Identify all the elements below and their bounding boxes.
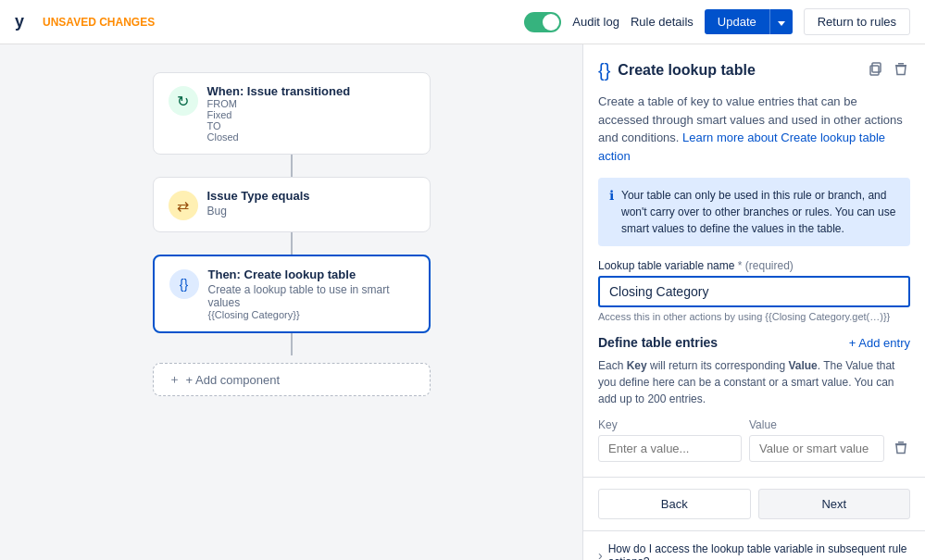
- panel-header-left: {} Create lookup table: [598, 60, 756, 81]
- info-box-text: Your table can only be used in this rule…: [621, 187, 899, 237]
- node-icon-lookup: {}: [169, 269, 199, 299]
- faq-text: How do I access the lookup table variabl…: [608, 542, 910, 560]
- node-from-label: FROM: [207, 98, 351, 109]
- svg-rect-3: [898, 63, 904, 65]
- delete-row-button[interactable]: [892, 438, 910, 460]
- row-trash-icon: [894, 440, 908, 454]
- brand-logo: y: [15, 12, 24, 31]
- copy-icon: [868, 61, 882, 76]
- toggle-wrap: [524, 12, 561, 32]
- node-title-issue-type: Issue Type equals: [207, 189, 310, 203]
- node-title-lookup: Then: Create lookup table: [208, 268, 414, 281]
- panel-footer: Back Next: [583, 477, 925, 530]
- define-header: Define table entries + Add entry: [598, 335, 910, 350]
- add-entry-button[interactable]: + Add entry: [849, 336, 910, 350]
- rule-details-link[interactable]: Rule details: [631, 15, 694, 29]
- key-input[interactable]: [598, 435, 742, 462]
- right-panel: {} Create lookup table: [582, 44, 925, 560]
- connector-1: [291, 155, 293, 177]
- info-box: ℹ Your table can only be used in this ru…: [598, 178, 910, 246]
- value-input[interactable]: [749, 435, 884, 462]
- value-column-header: Value: [749, 418, 910, 431]
- connector-2: [291, 232, 293, 255]
- node-create-lookup[interactable]: {} Then: Create lookup table Create a lo…: [153, 255, 431, 333]
- panel-inner: {} Create lookup table: [583, 44, 925, 477]
- node-subtitle-lookup: Create a lookup table to use in smart va…: [208, 283, 414, 309]
- key-bold: Key: [627, 359, 647, 372]
- info-icon: ℹ: [609, 188, 614, 237]
- audit-log-link[interactable]: Audit log: [572, 15, 619, 29]
- panel-header-icons: [866, 59, 910, 81]
- node-title-transition: When: Issue transitioned: [207, 84, 351, 98]
- return-to-rules-button[interactable]: Return to rules: [804, 8, 910, 35]
- variable-name-input[interactable]: [598, 276, 910, 307]
- node-content-transition: When: Issue transitioned FROM Fixed TO C…: [207, 84, 351, 143]
- svg-rect-5: [898, 442, 904, 443]
- field-label: Lookup table variable name * (required): [598, 259, 910, 272]
- faq-row[interactable]: › How do I access the lookup table varia…: [583, 530, 925, 560]
- node-issue-type[interactable]: ⇄ Issue Type equals Bug: [153, 177, 431, 232]
- topbar: y UNSAVED CHANGES Audit log Rule details…: [0, 0, 925, 44]
- copy-icon-button[interactable]: [866, 59, 884, 81]
- next-button[interactable]: Next: [758, 489, 911, 519]
- faq-chevron-icon: ›: [598, 548, 603, 560]
- node-when-transitioned[interactable]: ↻ When: Issue transitioned FROM Fixed TO…: [153, 72, 431, 155]
- define-description: Each Key will return its corresponding V…: [598, 357, 910, 407]
- main-content: ↻ When: Issue transitioned FROM Fixed TO…: [0, 44, 925, 560]
- update-button[interactable]: Update: [705, 9, 769, 34]
- define-table-title: Define table entries: [598, 335, 718, 350]
- update-button-group: Update: [705, 9, 793, 34]
- value-bold: Value: [788, 359, 817, 372]
- flow-canvas: ↻ When: Issue transitioned FROM Fixed TO…: [0, 44, 582, 560]
- delete-icon-button[interactable]: [892, 59, 910, 81]
- table-row: [598, 435, 910, 462]
- add-component-label: + Add component: [186, 373, 281, 387]
- node-to-value: Closed: [207, 131, 351, 143]
- table-column-headers: Key Value: [598, 418, 910, 431]
- node-content-lookup: Then: Create lookup table Create a looku…: [208, 268, 414, 320]
- panel-description: Create a table of key to value entries t…: [598, 93, 910, 165]
- trash-icon: [894, 61, 908, 76]
- node-icon-transition: ↻: [169, 86, 198, 116]
- key-column-header: Key: [598, 418, 742, 431]
- node-from-value: Fixed: [207, 109, 351, 120]
- update-dropdown-button[interactable]: [769, 9, 793, 34]
- back-button[interactable]: Back: [598, 489, 751, 519]
- node-subtitle-issue-type: Bug: [207, 205, 310, 218]
- node-icon-issue-type: ⇄: [169, 191, 198, 220]
- add-component-button[interactable]: ＋ + Add component: [153, 363, 431, 396]
- add-component-icon: ＋: [169, 371, 181, 388]
- node-detail-lookup: {{Closing Category}}: [208, 309, 414, 320]
- node-content-issue-type: Issue Type equals Bug: [207, 189, 310, 218]
- field-hint: Access this in other actions by using {{…: [598, 311, 910, 322]
- connector-3: [291, 333, 293, 355]
- panel-header: {} Create lookup table: [598, 59, 910, 81]
- chevron-down-icon: [778, 21, 785, 26]
- node-to-label: TO: [207, 120, 351, 131]
- lookup-table-icon: {}: [598, 60, 610, 81]
- footer-buttons: Back Next: [598, 489, 910, 519]
- rule-toggle[interactable]: [524, 12, 561, 32]
- unsaved-changes-label: UNSAVED CHANGES: [43, 16, 155, 29]
- panel-title: Create lookup table: [618, 62, 755, 79]
